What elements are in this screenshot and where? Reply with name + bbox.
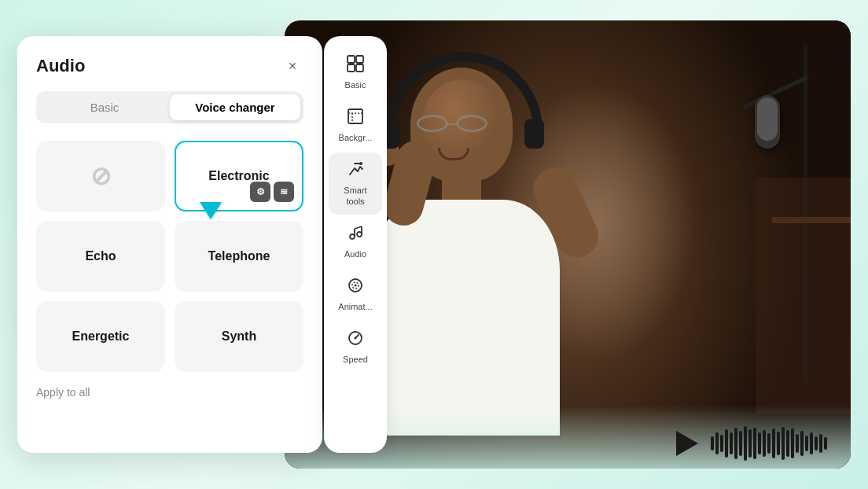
play-button[interactable] [673,429,701,458]
sidebar-item-animate[interactable]: Animat... [329,269,382,320]
wave-bar [734,428,737,459]
svg-rect-2 [348,64,355,72]
eq-icon: ⚙ [250,182,270,202]
wave-bar [805,436,808,451]
sidebar-item-basic[interactable]: Basic [329,47,382,98]
background-icon [347,108,364,130]
audio-icon [347,224,364,246]
close-button[interactable]: × [281,55,303,77]
sidebar-toolbar: Basic Backgr... Smart tools [324,36,387,453]
voice-card-echo[interactable]: Echo [36,221,165,292]
sidebar-item-smart-tools[interactable]: Smart tools [329,153,382,214]
wave-bar [711,436,714,450]
wave-bar [815,436,818,450]
smart-tools-label: Smart tools [335,186,376,206]
voice-card-none[interactable]: ⊘ [36,141,165,211]
wave-bar [758,432,761,454]
svg-point-15 [355,284,357,286]
svg-rect-3 [356,64,363,72]
tab-row: Basic Voice changer [36,91,303,123]
wave-bar [767,433,771,454]
wave-bar [744,426,747,461]
svg-point-17 [355,337,357,340]
wave-icon: ≋ [274,182,294,202]
wave-bar [800,431,804,456]
basic-icon [347,55,364,77]
voice-card-energetic[interactable]: Energetic [36,301,165,372]
sidebar-item-audio[interactable]: Audio [329,216,382,267]
wave-bar [720,435,723,452]
audio-label: Audio [344,249,366,259]
voice-card-electronic[interactable]: Electronic ⚙ ≋ [175,141,303,211]
wave-bar [824,437,827,450]
sidebar-item-speed[interactable]: Speed [329,322,382,373]
wave-bar [772,428,775,458]
tab-voice-changer[interactable]: Voice changer [170,94,300,120]
voice-options-grid: ⊘ Electronic ⚙ ≋ Echo Telephone [36,141,303,372]
voice-card-synth[interactable]: Synth [175,301,303,372]
panel-title: Audio [36,56,85,76]
svg-rect-4 [348,109,362,123]
electronic-mini-icons: ⚙ ≋ [250,182,294,202]
sidebar-item-background[interactable]: Backgr... [329,100,382,151]
wave-bar [819,434,822,453]
tab-basic[interactable]: Basic [39,94,170,120]
speed-icon [347,329,364,351]
waveform-display [711,426,827,461]
svg-rect-1 [356,56,363,63]
wave-bar [796,434,799,453]
wave-bar [777,432,780,455]
wave-bar [786,430,789,457]
panel-header: Audio × [36,55,303,77]
wave-bar [730,432,733,454]
animate-label: Animat... [338,302,372,312]
cursor-arrow [200,202,222,219]
speed-label: Speed [343,355,368,365]
animate-icon [347,277,364,299]
basic-label: Basic [345,80,366,90]
wave-bar [782,427,785,460]
wave-bar [739,431,742,456]
wave-bar [763,430,766,457]
wave-bar [810,432,813,454]
background-label: Backgr... [339,133,373,143]
wave-bar [791,428,794,458]
main-scene: Audio × Basic Voice changer ⊘ Electronic [17,20,851,469]
wave-bar [725,429,728,458]
wave-bar [748,429,752,458]
svg-rect-0 [348,56,355,63]
svg-line-12 [355,226,362,229]
apply-all-button[interactable]: Apply to all [36,386,303,399]
audio-panel: Audio × Basic Voice changer ⊘ Electronic [17,36,322,453]
waveform-bar [673,426,827,461]
voice-card-telephone[interactable]: Telephone [175,221,303,292]
wave-bar [753,428,756,459]
play-icon [676,431,698,456]
smart-tools-icon [347,160,364,182]
wave-bar [715,432,719,454]
none-icon: ⊘ [90,161,112,191]
